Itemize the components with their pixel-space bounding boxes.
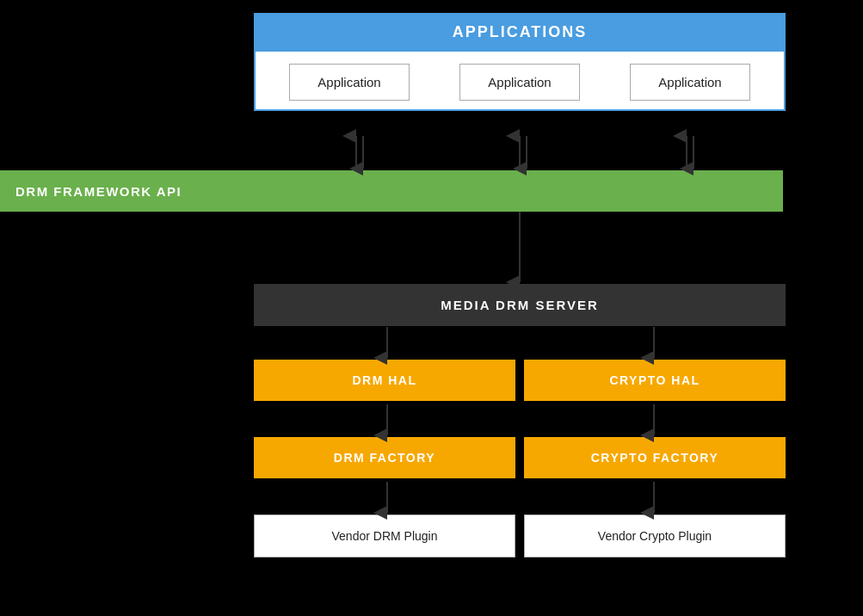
- drm-hal-box: DRM HAL: [254, 360, 515, 401]
- hal-row: DRM HAL CRYPTO HAL: [254, 360, 786, 401]
- crypto-hal-box: CRYPTO HAL: [524, 360, 786, 401]
- app-box-1: Application: [289, 64, 410, 101]
- vendor-row: Vendor DRM Plugin Vendor Crypto Plugin: [254, 514, 786, 557]
- drm-framework-block: DRM FRAMEWORK API: [0, 170, 783, 212]
- media-drm-server-block: MEDIA DRM SERVER: [254, 284, 786, 326]
- applications-header: APPLICATIONS: [254, 13, 786, 52]
- vendor-crypto-plugin-box: Vendor Crypto Plugin: [524, 514, 786, 557]
- app-box-2: Application: [459, 64, 580, 101]
- drm-framework-label: DRM FRAMEWORK API: [15, 184, 182, 199]
- vendor-drm-plugin-box: Vendor DRM Plugin: [254, 514, 515, 557]
- drm-factory-box: DRM FACTORY: [254, 437, 515, 478]
- app-box-3: Application: [630, 64, 750, 101]
- applications-body: Application Application Application: [254, 52, 786, 111]
- crypto-factory-box: CRYPTO FACTORY: [524, 437, 786, 478]
- applications-block: APPLICATIONS Application Application App…: [254, 13, 786, 111]
- factory-row: DRM FACTORY CRYPTO FACTORY: [254, 437, 786, 478]
